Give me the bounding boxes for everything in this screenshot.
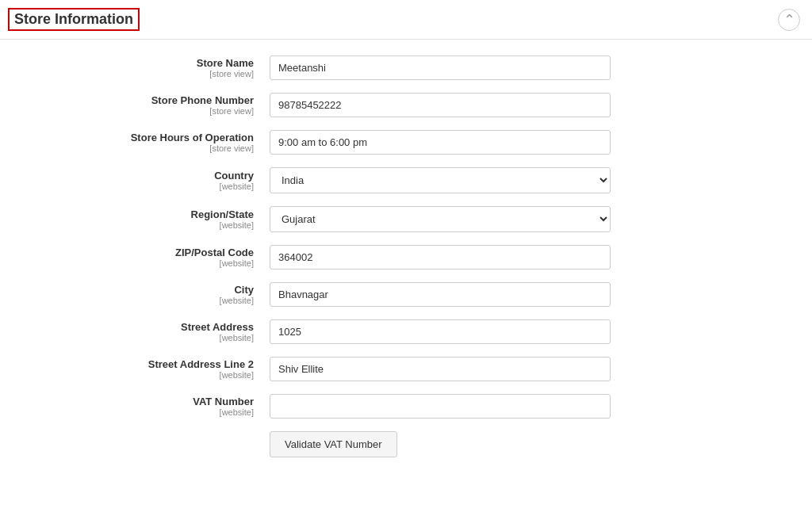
validate-vat-button[interactable]: Validate VAT Number xyxy=(270,431,397,457)
input-street-address-2[interactable] xyxy=(270,357,611,381)
form-row-vat-number: VAT Number[website] xyxy=(16,394,780,419)
input-city[interactable] xyxy=(270,282,611,307)
form-row-zip-code: ZIP/Postal Code[website] xyxy=(16,245,780,270)
select-country[interactable]: IndiaUnited StatesUnited KingdomAustrali… xyxy=(270,167,611,193)
input-container-vat-number xyxy=(270,394,611,419)
scope-zip-code: [website] xyxy=(16,258,254,268)
input-zip-code[interactable] xyxy=(270,245,611,270)
input-container-country: IndiaUnited StatesUnited KingdomAustrali… xyxy=(270,167,611,193)
scope-country: [website] xyxy=(16,182,254,191)
input-vat-number[interactable] xyxy=(270,394,611,419)
scope-store-name: [store view] xyxy=(16,69,254,78)
section-header: Store Information ⌃ xyxy=(0,0,812,40)
label-container-store-name: Store Name[store view] xyxy=(16,57,270,78)
label-container-country: Country[website] xyxy=(16,170,270,191)
form-row-store-hours: Store Hours of Operation[store view] xyxy=(16,130,780,155)
form-row-region-state: Region/State[website]GujaratMaharashtraR… xyxy=(16,206,780,232)
label-zip-code: ZIP/Postal Code xyxy=(16,247,254,258)
label-vat-number: VAT Number xyxy=(16,396,254,407)
input-store-name[interactable] xyxy=(270,55,611,80)
label-city: City xyxy=(16,284,254,296)
label-container-street-address: Street Address[website] xyxy=(16,321,270,342)
collapse-icon[interactable]: ⌃ xyxy=(778,9,800,31)
form-row-street-address: Street Address[website] xyxy=(16,319,780,344)
input-container-street-address xyxy=(270,319,611,344)
label-country: Country xyxy=(16,170,254,182)
form-row-country: Country[website]IndiaUnited StatesUnited… xyxy=(16,167,780,193)
label-region-state: Region/State xyxy=(16,208,254,220)
label-store-hours: Store Hours of Operation xyxy=(16,132,254,143)
form-row-city: City[website] xyxy=(16,282,780,307)
select-region-state[interactable]: GujaratMaharashtraRajasthanDelhiKarnatak… xyxy=(270,206,611,232)
label-store-name: Store Name xyxy=(16,57,254,69)
scope-region-state: [website] xyxy=(16,220,254,230)
input-container-region-state: GujaratMaharashtraRajasthanDelhiKarnatak… xyxy=(270,206,611,232)
label-container-city: City[website] xyxy=(16,284,270,305)
input-street-address[interactable] xyxy=(270,319,611,344)
input-container-zip-code xyxy=(270,245,611,270)
validate-btn-row: Validate VAT Number xyxy=(16,431,780,457)
input-store-hours[interactable] xyxy=(270,130,611,155)
label-store-phone: Store Phone Number xyxy=(16,94,254,106)
page-title: Store Information xyxy=(8,8,140,31)
label-container-region-state: Region/State[website] xyxy=(16,208,270,230)
input-container-store-phone xyxy=(270,93,611,117)
form-row-store-phone: Store Phone Number[store view] xyxy=(16,93,780,117)
input-container-store-name xyxy=(270,55,611,80)
scope-vat-number: [website] xyxy=(16,407,254,417)
input-container-store-hours xyxy=(270,130,611,155)
form-container: Store Name[store view]Store Phone Number… xyxy=(0,40,812,473)
form-row-street-address-2: Street Address Line 2[website] xyxy=(16,357,780,381)
label-street-address: Street Address xyxy=(16,321,254,333)
label-container-zip-code: ZIP/Postal Code[website] xyxy=(16,247,270,268)
scope-store-phone: [store view] xyxy=(16,106,254,116)
label-container-store-hours: Store Hours of Operation[store view] xyxy=(16,132,270,153)
label-container-vat-number: VAT Number[website] xyxy=(16,396,270,417)
input-container-street-address-2 xyxy=(270,357,611,381)
label-street-address-2: Street Address Line 2 xyxy=(16,358,254,370)
scope-city: [website] xyxy=(16,296,254,305)
input-container-city xyxy=(270,282,611,307)
scope-street-address-2: [website] xyxy=(16,370,254,380)
form-row-store-name: Store Name[store view] xyxy=(16,55,780,80)
input-store-phone[interactable] xyxy=(270,93,611,117)
scope-store-hours: [store view] xyxy=(16,143,254,153)
label-container-store-phone: Store Phone Number[store view] xyxy=(16,94,270,116)
label-container-street-address-2: Street Address Line 2[website] xyxy=(16,358,270,380)
page-container: Store Information ⌃ Store Name[store vie… xyxy=(0,0,812,520)
scope-street-address: [website] xyxy=(16,333,254,342)
